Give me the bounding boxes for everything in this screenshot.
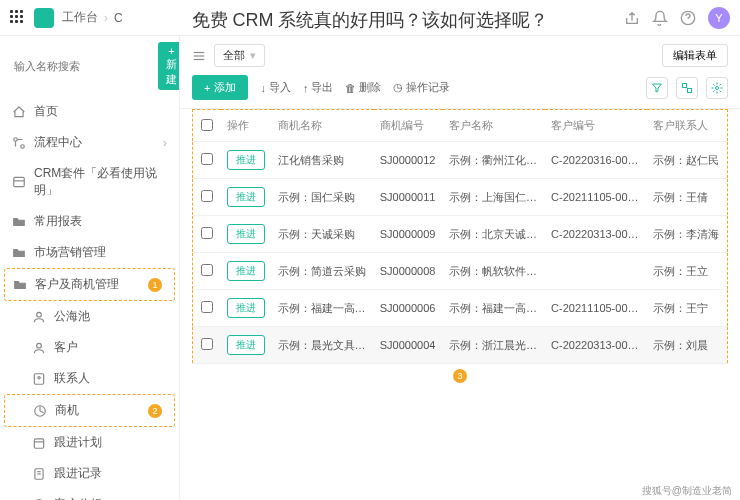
cell-name: 示例：简道云采购	[272, 253, 374, 290]
folder-icon	[13, 278, 27, 292]
group-button[interactable]	[676, 77, 698, 99]
select-all-checkbox[interactable]	[201, 119, 213, 131]
chevron-right-icon: ›	[163, 136, 167, 150]
cell-custcode: C-20220316-0000001	[545, 142, 647, 179]
sidebar-item[interactable]: 客户	[0, 332, 179, 363]
contact-icon	[32, 372, 46, 386]
sidebar-item-label: 客户及商机管理	[35, 276, 119, 293]
op-record-button[interactable]: ◷操作记录	[393, 80, 450, 95]
filter-icon	[651, 82, 663, 94]
sidebar-item[interactable]: 流程中心›	[0, 127, 179, 158]
sidebar-item-label: 流程中心	[34, 134, 82, 151]
view-label: 全部	[223, 48, 245, 63]
cell-name: 示例：天诚采购	[272, 216, 374, 253]
share-icon[interactable]	[624, 10, 640, 26]
table-row[interactable]: 推进 江化销售采购 SJ0000012 示例：衢州江化集团 C-20220316…	[193, 142, 728, 179]
plus-icon: +	[204, 82, 210, 94]
cell-cust: 示例：浙江晨光文具…	[443, 327, 545, 364]
trash-icon: 🗑	[345, 82, 356, 94]
topbar: 工作台 › C Y	[0, 0, 740, 36]
svg-rect-4	[14, 177, 25, 186]
import-button[interactable]: ↓导入	[260, 80, 291, 95]
edit-form-button[interactable]: 编辑表单	[662, 44, 728, 67]
sidebar-item[interactable]: 客户及商机管理1	[4, 268, 175, 301]
add-button[interactable]: +添加	[192, 75, 248, 100]
cell-custcode	[545, 253, 647, 290]
sidebar-item-label: 公海池	[54, 308, 90, 325]
advance-button[interactable]: 推进	[227, 335, 265, 355]
row-checkbox[interactable]	[201, 153, 213, 165]
cell-custcode: C-20211105-0000004	[545, 290, 647, 327]
folder-icon	[12, 246, 26, 260]
table-row[interactable]: 推进 示例：晨光文具设备… SJ0000004 示例：浙江晨光文具… C-202…	[193, 327, 728, 364]
sidebar-item[interactable]: 客户分析	[0, 489, 179, 500]
view-select[interactable]: 全部 ▾	[214, 44, 265, 67]
watermark: 搜狐号@制造业老简	[642, 484, 732, 498]
cell-cust: 示例：衢州江化集团	[443, 142, 545, 179]
sidebar-item[interactable]: 首页	[0, 96, 179, 127]
advance-button[interactable]: 推进	[227, 224, 265, 244]
filter-button[interactable]	[646, 77, 668, 99]
svg-rect-11	[34, 438, 43, 447]
breadcrumb-item[interactable]: C	[114, 11, 123, 25]
new-button[interactable]: + 新建	[158, 42, 180, 90]
sidebar-item-label: 客户	[54, 339, 78, 356]
sidebar-item[interactable]: 市场营销管理	[0, 237, 179, 268]
table-row[interactable]: 推进 示例：简道云采购 SJ0000008 示例：帆软软件有限公司 示例：王立	[193, 253, 728, 290]
settings-button[interactable]	[706, 77, 728, 99]
advance-button[interactable]: 推进	[227, 261, 265, 281]
sidebar-item-label: 跟进记录	[54, 465, 102, 482]
cell-code: SJ0000009	[374, 216, 443, 253]
sidebar-item[interactable]: 跟进记录	[0, 458, 179, 489]
table-header: 操作	[221, 110, 272, 142]
svg-point-6	[37, 312, 42, 317]
table-row[interactable]: 推进 示例：国仁采购 SJ0000011 示例：上海国仁有限… C-202111…	[193, 179, 728, 216]
advance-button[interactable]: 推进	[227, 150, 265, 170]
main-content: 全部 ▾ 编辑表单 +添加 ↓导入 ↑导出 🗑删除 ◷操作记录 操作商机名称商机…	[180, 36, 740, 500]
list-icon[interactable]	[192, 49, 206, 63]
help-icon[interactable]	[680, 10, 696, 26]
breadcrumb-item[interactable]: 工作台	[62, 9, 98, 26]
row-checkbox[interactable]	[201, 227, 213, 239]
home-icon	[12, 105, 26, 119]
advance-button[interactable]: 推进	[227, 187, 265, 207]
cell-cust: 示例：福建一高集团	[443, 290, 545, 327]
app-grid-icon[interactable]	[10, 10, 26, 26]
row-checkbox[interactable]	[201, 338, 213, 350]
table-row[interactable]: 推进 示例：福建一高3月订单 SJ0000006 示例：福建一高集团 C-202…	[193, 290, 728, 327]
sidebar-item[interactable]: 公海池	[0, 301, 179, 332]
table-row[interactable]: 推进 示例：天诚采购 SJ0000009 示例：北京天诚软件… C-202203…	[193, 216, 728, 253]
table-header: 客户编号	[545, 110, 647, 142]
bell-icon[interactable]	[652, 10, 668, 26]
cell-code: SJ0000011	[374, 179, 443, 216]
cell-code: SJ0000008	[374, 253, 443, 290]
cell-name: 示例：国仁采购	[272, 179, 374, 216]
delete-button[interactable]: 🗑删除	[345, 80, 381, 95]
search-input[interactable]	[14, 60, 152, 72]
row-checkbox[interactable]	[201, 190, 213, 202]
cell-code: SJ0000004	[374, 327, 443, 364]
cell-code: SJ0000012	[374, 142, 443, 179]
cell-contact: 示例：王宁	[647, 290, 727, 327]
export-button[interactable]: ↑导出	[303, 80, 334, 95]
sidebar-item[interactable]: 常用报表	[0, 206, 179, 237]
row-checkbox[interactable]	[201, 301, 213, 313]
cell-cust: 示例：上海国仁有限…	[443, 179, 545, 216]
plan-icon	[32, 436, 46, 450]
sidebar-item[interactable]: 商机2	[4, 394, 175, 427]
row-checkbox[interactable]	[201, 264, 213, 276]
folder-icon	[12, 215, 26, 229]
gear-icon	[711, 82, 723, 94]
table-header: 商机名称	[272, 110, 374, 142]
sidebar: + 新建 首页流程中心›CRM套件「必看使用说明」常用报表市场营销管理客户及商机…	[0, 36, 180, 500]
cell-custcode: C-20220313-0000002	[545, 216, 647, 253]
clock-icon: ◷	[393, 81, 403, 94]
user-icon	[32, 341, 46, 355]
sidebar-item[interactable]: 跟进计划	[0, 427, 179, 458]
sidebar-item[interactable]: 联系人	[0, 363, 179, 394]
user-icon	[32, 310, 46, 324]
chevron-right-icon: ›	[104, 11, 108, 25]
advance-button[interactable]: 推进	[227, 298, 265, 318]
avatar[interactable]: Y	[708, 7, 730, 29]
sidebar-item[interactable]: CRM套件「必看使用说明」	[0, 158, 179, 206]
